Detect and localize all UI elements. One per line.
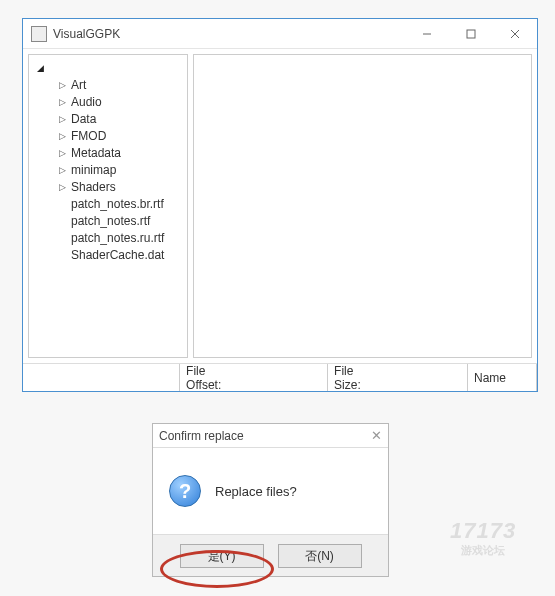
chevron-right-icon[interactable]: ▷ bbox=[57, 131, 67, 141]
tree-file[interactable]: patch_notes.ru.rtf bbox=[31, 229, 185, 246]
name-label: Name bbox=[474, 371, 506, 385]
minimize-icon bbox=[422, 29, 432, 39]
tree-folder[interactable]: ▷Metadata bbox=[31, 144, 185, 161]
main-window: VisualGGPK ◢ ▷Art▷Audio▷Data▷FMOD▷Metada… bbox=[22, 18, 538, 392]
watermark-line2: 游戏论坛 bbox=[450, 544, 516, 557]
tree-item-label: Metadata bbox=[71, 146, 121, 160]
tree-folder[interactable]: ▷FMOD bbox=[31, 127, 185, 144]
dialog-message: Replace files? bbox=[215, 484, 297, 499]
status-spacer bbox=[23, 364, 180, 391]
tree-file[interactable]: patch_notes.rtf bbox=[31, 212, 185, 229]
tree-item-label: patch_notes.rtf bbox=[71, 214, 150, 228]
main-body: ◢ ▷Art▷Audio▷Data▷FMOD▷Metadata▷minimap▷… bbox=[23, 49, 537, 363]
tree-folder[interactable]: ▷Art bbox=[31, 76, 185, 93]
tree-file[interactable]: patch_notes.br.rtf bbox=[31, 195, 185, 212]
dialog-close-button[interactable]: ✕ bbox=[371, 428, 382, 443]
name-value[interactable] bbox=[510, 371, 530, 385]
tree-item-label: Audio bbox=[71, 95, 102, 109]
tree-item-label: patch_notes.br.rtf bbox=[71, 197, 164, 211]
tree-item-label: ShaderCache.dat bbox=[71, 248, 164, 262]
minimize-button[interactable] bbox=[405, 20, 449, 48]
dialog-titlebar: Confirm replace ✕ bbox=[153, 424, 388, 448]
maximize-button[interactable] bbox=[449, 20, 493, 48]
svg-rect-1 bbox=[467, 30, 475, 38]
chevron-down-icon[interactable]: ◢ bbox=[35, 63, 45, 73]
watermark: 17173 游戏论坛 bbox=[450, 518, 516, 558]
chevron-right-icon[interactable]: ▷ bbox=[57, 148, 67, 158]
app-icon bbox=[31, 26, 47, 42]
tree-folder[interactable]: ▷minimap bbox=[31, 161, 185, 178]
tree-item-label: patch_notes.ru.rtf bbox=[71, 231, 164, 245]
file-size-label: File Size: bbox=[334, 364, 377, 392]
tree-view[interactable]: ◢ ▷Art▷Audio▷Data▷FMOD▷Metadata▷minimap▷… bbox=[28, 54, 188, 358]
file-offset-value[interactable] bbox=[241, 371, 321, 385]
tree-root[interactable]: ◢ bbox=[31, 59, 185, 76]
chevron-right-icon[interactable]: ▷ bbox=[57, 80, 67, 90]
dialog-body: ? Replace files? bbox=[153, 448, 388, 534]
tree-folder[interactable]: ▷Data bbox=[31, 110, 185, 127]
status-bar: File Offset: File Size: Name bbox=[23, 363, 537, 391]
window-title: VisualGGPK bbox=[53, 27, 405, 41]
window-controls bbox=[405, 20, 537, 48]
chevron-right-icon[interactable]: ▷ bbox=[57, 97, 67, 107]
tree-folder[interactable]: ▷Shaders bbox=[31, 178, 185, 195]
tree-item-label: FMOD bbox=[71, 129, 106, 143]
file-offset-label: File Offset: bbox=[186, 364, 237, 392]
file-size-value[interactable] bbox=[381, 371, 461, 385]
name-cell: Name bbox=[468, 364, 537, 391]
tree-item-label: Shaders bbox=[71, 180, 116, 194]
no-button[interactable]: 否(N) bbox=[278, 544, 362, 568]
tree-file[interactable]: ShaderCache.dat bbox=[31, 246, 185, 263]
question-icon: ? bbox=[169, 475, 201, 507]
titlebar: VisualGGPK bbox=[23, 19, 537, 49]
tree-folder[interactable]: ▷Audio bbox=[31, 93, 185, 110]
close-button[interactable] bbox=[493, 20, 537, 48]
yes-button[interactable]: 是(Y) bbox=[180, 544, 264, 568]
chevron-right-icon[interactable]: ▷ bbox=[57, 182, 67, 192]
dialog-buttons: 是(Y) 否(N) bbox=[153, 534, 388, 576]
chevron-right-icon[interactable]: ▷ bbox=[57, 114, 67, 124]
tree-item-label: minimap bbox=[71, 163, 116, 177]
confirm-dialog: Confirm replace ✕ ? Replace files? 是(Y) … bbox=[152, 423, 389, 577]
tree-item-label: Art bbox=[71, 78, 86, 92]
content-pane bbox=[193, 54, 532, 358]
file-size-cell: File Size: bbox=[328, 364, 468, 391]
chevron-right-icon[interactable]: ▷ bbox=[57, 165, 67, 175]
watermark-line1: 17173 bbox=[450, 518, 516, 544]
dialog-title: Confirm replace bbox=[159, 429, 244, 443]
maximize-icon bbox=[466, 29, 476, 39]
file-offset-cell: File Offset: bbox=[180, 364, 328, 391]
tree-item-label: Data bbox=[71, 112, 96, 126]
close-icon bbox=[510, 29, 520, 39]
